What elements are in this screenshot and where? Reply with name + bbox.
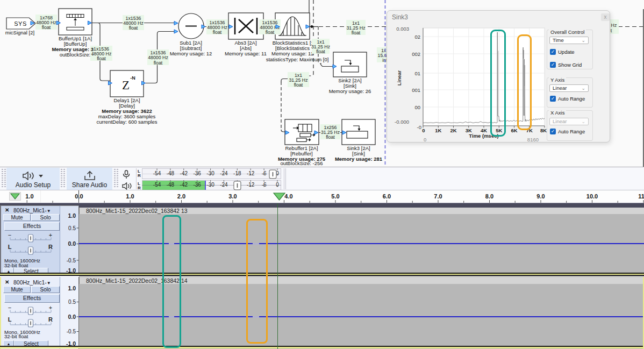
- svg-text:float: float: [213, 30, 222, 35]
- svg-text:R: R: [48, 244, 53, 250]
- svg-text:0.5: 0.5: [68, 299, 76, 305]
- svg-text:6.0: 6.0: [383, 193, 391, 200]
- svg-text:SYS: SYS: [14, 20, 27, 27]
- svg-text:-N: -N: [130, 75, 135, 81]
- svg-text:8K: 8K: [540, 127, 547, 133]
- svg-text:float: float: [97, 56, 106, 61]
- svg-text:5.0: 5.0: [331, 193, 339, 200]
- svg-text:+: +: [49, 305, 52, 311]
- svg-text:-48: -48: [167, 182, 175, 188]
- svg-text:-0: -0: [417, 124, 421, 130]
- svg-text:-54: -54: [153, 182, 161, 188]
- svg-text:-42: -42: [180, 170, 188, 176]
- svg-text:float: float: [294, 82, 303, 88]
- svg-text:11: 11: [638, 193, 644, 200]
- svg-text:1.0: 1.0: [126, 193, 134, 200]
- svg-text:1.0: 1.0: [68, 285, 76, 291]
- svg-text:Z: Z: [122, 79, 130, 92]
- svg-text:float: float: [316, 49, 325, 54]
- svg-text:L: L: [8, 316, 12, 323]
- svg-text:−: −: [8, 232, 11, 238]
- svg-text:10.0: 10.0: [586, 193, 598, 200]
- svg-text:+: +: [49, 232, 52, 238]
- svg-text:float: float: [154, 60, 163, 66]
- svg-text:-6: -6: [262, 182, 267, 188]
- svg-text:1x1536: 1x1536: [151, 50, 166, 55]
- svg-text:-12: -12: [247, 182, 255, 188]
- svg-text:Hz: Hz: [611, 23, 617, 28]
- svg-text:1.0: 1.0: [25, 193, 33, 200]
- svg-text:Memory usage: 11: Memory usage: 11: [271, 51, 313, 56]
- svg-text:2K: 2K: [450, 127, 456, 133]
- svg-text:Memory usage: 281: Memory usage: 281: [335, 156, 383, 162]
- svg-text:statisticsType: Maximum [0]: statisticsType: Maximum [0]: [266, 56, 329, 62]
- svg-text:3.0: 3.0: [228, 193, 237, 200]
- svg-text:0: 0: [276, 182, 279, 188]
- svg-text:8160: 8160: [527, 137, 539, 143]
- svg-text:-6: -6: [262, 170, 267, 176]
- svg-text:6K: 6K: [511, 127, 517, 133]
- svg-text:R: R: [48, 316, 53, 323]
- svg-text:float: float: [42, 25, 51, 30]
- svg-text:1K: 1K: [435, 127, 441, 133]
- svg-text:001: 001: [412, 87, 420, 93]
- svg-text:9.0: 9.0: [536, 193, 545, 200]
- svg-text:outBlockSize: -256: outBlockSize: -256: [280, 160, 323, 166]
- svg-text:1.0: 1.0: [68, 212, 76, 219]
- svg-text:-0.5: -0.5: [67, 329, 76, 334]
- svg-text:0: 0: [422, 127, 425, 133]
- svg-text:Memory usage: 26: Memory usage: 26: [329, 88, 371, 94]
- svg-text:0.0: 0.0: [68, 240, 76, 247]
- svg-text:0.003: 0.003: [396, 26, 409, 32]
- svg-text:−: −: [8, 305, 11, 311]
- svg-text:float: float: [266, 30, 275, 35]
- svg-text:L: L: [8, 244, 12, 250]
- svg-text:-24: -24: [220, 170, 228, 176]
- svg-text:outBlockSize: -: outBlockSize: -: [60, 52, 94, 58]
- svg-text:-42: -42: [180, 182, 188, 188]
- svg-text:Memory usage: 12: Memory usage: 12: [170, 51, 212, 56]
- svg-text:micSignal [2]: micSignal [2]: [5, 30, 34, 35]
- svg-text:currentDelay: 600 samples: currentDelay: 600 samples: [97, 119, 158, 125]
- svg-text:-0.5: -0.5: [67, 257, 76, 263]
- svg-text:00: 00: [414, 104, 420, 110]
- svg-text:-12: -12: [247, 170, 255, 176]
- svg-text:8.0: 8.0: [485, 193, 493, 200]
- svg-text:2.0: 2.0: [177, 193, 185, 200]
- svg-text:0.5: 0.5: [68, 225, 76, 231]
- svg-text:float: float: [326, 134, 335, 140]
- svg-text:-48: -48: [167, 170, 175, 176]
- svg-text:4.0: 4.0: [284, 193, 292, 200]
- svg-text:-30: -30: [206, 182, 214, 188]
- svg-text:Linear: Linear: [396, 70, 402, 86]
- svg-text:-18: -18: [233, 170, 241, 176]
- svg-text:0.0: 0.0: [68, 313, 76, 319]
- svg-text:48000 Hz: 48000 Hz: [148, 55, 168, 60]
- svg-text:float: float: [352, 30, 361, 35]
- svg-text:-36: -36: [193, 170, 201, 176]
- svg-text:Memory usage: 11: Memory usage: 11: [225, 51, 267, 56]
- svg-text:02: 02: [414, 34, 420, 40]
- svg-text:0: 0: [424, 137, 426, 143]
- svg-text:01: 01: [414, 70, 420, 76]
- svg-text:002: 002: [412, 51, 420, 57]
- svg-text:-54: -54: [153, 170, 161, 176]
- svg-text:-24: -24: [220, 182, 228, 188]
- svg-text:7.0: 7.0: [434, 193, 442, 200]
- svg-text:-0.000: -0.000: [395, 119, 409, 125]
- svg-text:-30: -30: [206, 170, 214, 176]
- svg-text:-36: -36: [193, 182, 201, 188]
- svg-text:float: float: [129, 25, 138, 31]
